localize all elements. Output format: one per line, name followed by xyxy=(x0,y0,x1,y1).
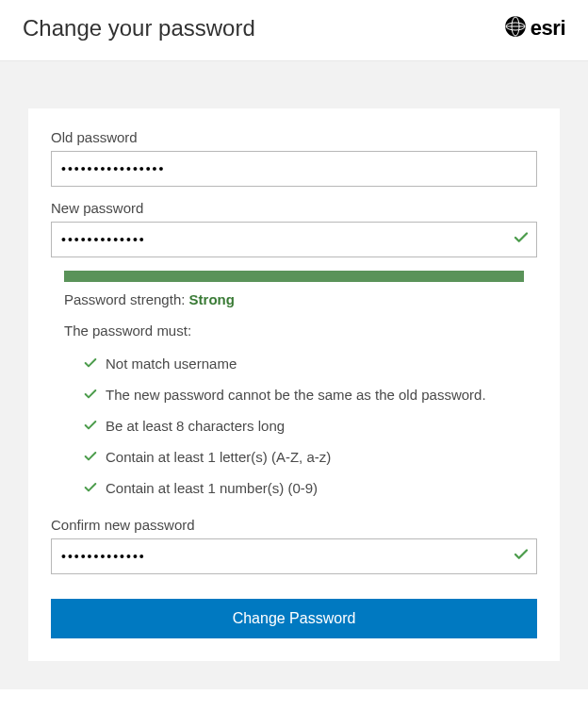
logo-text: esri xyxy=(531,16,565,41)
rule-item: The new password cannot be the same as t… xyxy=(83,385,524,406)
rule-text: Be at least 8 characters long xyxy=(106,416,285,436)
confirm-password-wrap xyxy=(51,538,537,574)
strength-block: Password strength: Strong The password m… xyxy=(51,271,537,500)
strength-bar xyxy=(64,271,524,282)
check-icon xyxy=(83,449,98,469)
new-password-input[interactable] xyxy=(51,222,537,257)
check-icon xyxy=(83,418,98,438)
globe-icon xyxy=(504,15,527,41)
rules-intro: The password must: xyxy=(64,323,524,339)
check-icon xyxy=(513,546,530,567)
rule-item: Be at least 8 characters long xyxy=(83,416,524,438)
check-icon xyxy=(83,356,98,375)
rules-list: Not match username The new password cann… xyxy=(64,354,524,500)
old-password-input[interactable] xyxy=(51,151,537,187)
rule-text: Not match username xyxy=(106,354,237,373)
new-password-wrap xyxy=(51,222,537,257)
change-password-button[interactable]: Change Password xyxy=(51,599,537,638)
rule-item: Contain at least 1 number(s) (0-9) xyxy=(83,478,524,500)
confirm-password-input[interactable] xyxy=(51,538,537,574)
esri-logo: esri xyxy=(504,15,565,41)
rule-item: Contain at least 1 letter(s) (A-Z, a-z) xyxy=(83,447,524,469)
rule-item: Not match username xyxy=(83,354,524,375)
strength-prefix: Password strength: xyxy=(64,291,189,307)
page-header: Change your password esri xyxy=(0,0,588,61)
old-password-label: Old password xyxy=(51,129,537,145)
confirm-password-label: Confirm new password xyxy=(51,517,537,533)
check-icon xyxy=(83,387,98,406)
check-icon xyxy=(83,480,98,500)
rule-text: Contain at least 1 number(s) (0-9) xyxy=(106,478,318,498)
rule-text: The new password cannot be the same as t… xyxy=(106,385,486,405)
rule-text: Contain at least 1 letter(s) (A-Z, a-z) xyxy=(106,447,331,467)
old-password-wrap xyxy=(51,151,537,187)
new-password-label: New password xyxy=(51,200,537,216)
form-container: Old password New password Password stren… xyxy=(0,61,588,689)
password-card: Old password New password Password stren… xyxy=(28,108,560,661)
strength-level: Strong xyxy=(189,291,235,307)
strength-text: Password strength: Strong xyxy=(64,291,524,307)
page-title: Change your password xyxy=(23,15,255,41)
check-icon xyxy=(513,229,530,250)
